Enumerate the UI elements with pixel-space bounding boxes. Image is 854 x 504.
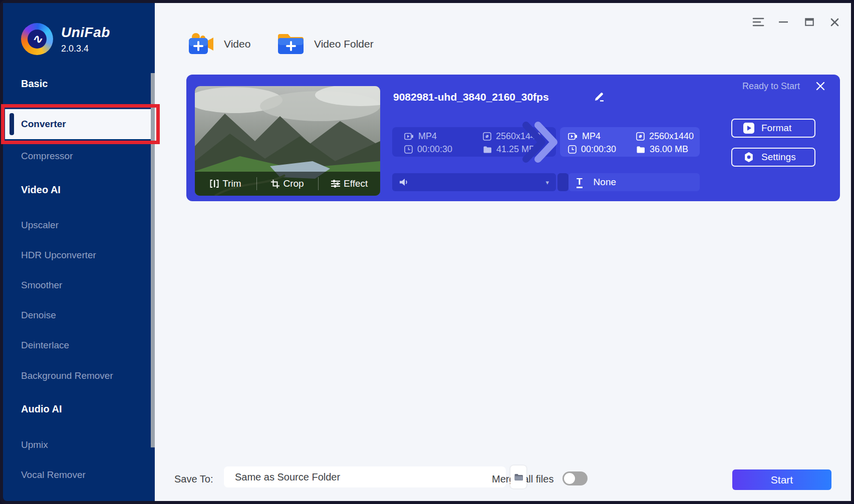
add-video-label: Video [224, 38, 250, 50]
subtitle-icon: T [577, 177, 583, 188]
format-button[interactable]: Format [731, 119, 815, 138]
subtitle-dropdown[interactable]: T None [568, 173, 700, 191]
sidebar-header-video-ai: Video AI [21, 184, 61, 196]
app-version: 2.0.3.4 [61, 44, 110, 54]
add-video-folder-icon [277, 32, 305, 56]
sidebar-item-denoise[interactable]: Denoise [3, 308, 158, 323]
video-thumbnail[interactable]: Trim Crop Eff [195, 86, 380, 196]
maximize-icon[interactable] [801, 14, 818, 30]
settings-button[interactable]: Settings [731, 148, 815, 167]
resolution-icon [483, 132, 491, 141]
start-button[interactable]: Start [732, 469, 831, 490]
sidebar-item-upmix[interactable]: Upmix [3, 437, 158, 452]
active-indicator-bar [10, 113, 14, 135]
toggle-knob [564, 473, 575, 484]
format-play-icon [743, 123, 754, 134]
close-icon[interactable] [826, 14, 843, 30]
sidebar-header-audio-ai: Audio AI [21, 403, 62, 415]
add-video-folder-button[interactable]: Video Folder [277, 32, 374, 56]
sidebar-header-basic: Basic [21, 78, 48, 90]
thumbnail-toolbar: Trim Crop Eff [195, 172, 380, 196]
save-to-input[interactable] [224, 466, 506, 487]
dropdown-divider [557, 173, 568, 191]
browse-folder-button[interactable] [510, 465, 526, 488]
menu-icon[interactable] [750, 14, 767, 30]
browse-folder-icon [514, 473, 523, 481]
app-window: ∿ UniFab 2.0.3.4 Basic Converter Compres… [0, 0, 854, 504]
app-name: UniFab [61, 25, 110, 41]
crop-button[interactable]: Crop [257, 172, 319, 196]
sidebar-item-vocal-remover[interactable]: Vocal Remover [3, 467, 158, 482]
duration-icon [404, 145, 413, 154]
settings-gear-icon [743, 152, 754, 163]
source-format: MP4 [418, 131, 437, 142]
sidebar-item-deinterlace[interactable]: Deinterlace [3, 338, 158, 353]
add-video-button[interactable]: Video [187, 32, 250, 56]
sidebar-item-background-remover[interactable]: Background Remover [3, 368, 158, 383]
sidebar-scrollbar[interactable] [151, 73, 155, 447]
resolution-icon [636, 132, 645, 141]
remove-file-icon[interactable] [813, 79, 827, 93]
status-text: Ready to Start [742, 81, 800, 92]
dropdown-caret-icon: ▾ [545, 179, 549, 186]
task-card: Trim Crop Eff [186, 75, 840, 201]
source-duration: 00:00:30 [417, 144, 452, 155]
trim-icon [210, 180, 219, 188]
sidebar-item-converter[interactable]: Converter [5, 109, 158, 139]
video-format-icon [568, 133, 578, 140]
minimize-icon[interactable] [775, 14, 792, 30]
sidebar-item-smoother[interactable]: Smoother [3, 278, 158, 293]
output-size: 36.00 MB [650, 144, 688, 155]
sidebar-item-upscaler[interactable]: Upscaler [3, 218, 158, 233]
unifab-logo-icon: ∿ [21, 23, 53, 55]
app-logo: ∿ UniFab 2.0.3.4 [21, 23, 110, 55]
file-size-icon [483, 146, 492, 153]
trim-button[interactable]: Trim [195, 172, 256, 196]
convert-arrow-icon [521, 121, 559, 163]
add-video-icon [187, 32, 215, 56]
main-area: Video Video Folder [155, 3, 851, 501]
output-info-panel: MP4 2560x1440 [560, 127, 700, 157]
crop-icon [271, 180, 279, 188]
save-to-label: Save To: [174, 473, 213, 485]
file-size-icon [636, 146, 645, 153]
output-format: MP4 [582, 131, 601, 142]
sidebar-item-compressor[interactable]: Compressor [3, 149, 158, 164]
edit-filename-icon[interactable] [593, 91, 606, 104]
merge-all-files-toggle[interactable] [562, 471, 588, 485]
duration-icon [568, 145, 577, 154]
add-video-folder-label: Video Folder [314, 38, 374, 50]
effect-icon [331, 180, 340, 188]
speaker-icon [399, 178, 409, 187]
subtitle-value: None [594, 177, 616, 188]
sidebar-item-hdr-upconverter[interactable]: HDR Upconverter [3, 248, 158, 263]
effect-button[interactable]: Effect [319, 172, 380, 196]
video-format-icon [404, 133, 414, 140]
sidebar: ∿ UniFab 2.0.3.4 Basic Converter Compres… [3, 3, 158, 501]
file-name: 9082981-uhd_3840_2160_30fps [393, 91, 549, 103]
output-duration: 00:00:30 [581, 144, 616, 155]
audio-track-dropdown[interactable]: ▾ [392, 173, 556, 191]
output-resolution: 2560x1440 [649, 131, 694, 142]
